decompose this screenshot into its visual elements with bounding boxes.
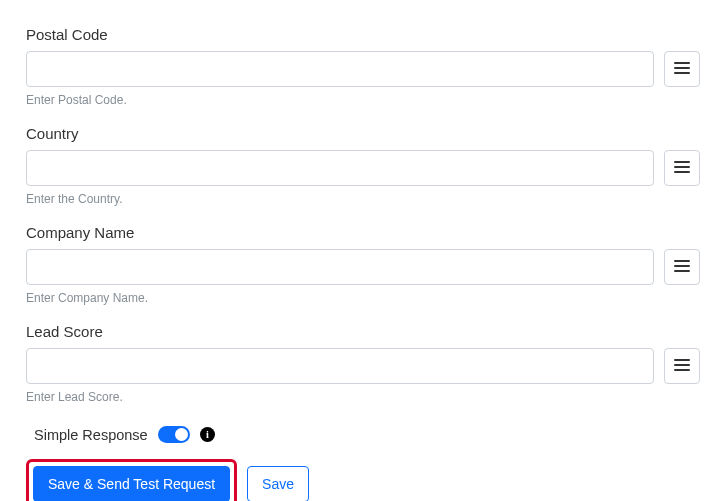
input-row [26, 51, 700, 87]
highlight-box: Save & Send Test Request [26, 459, 237, 501]
field-label-country: Country [26, 125, 700, 142]
field-postal-code: Postal Code Enter Postal Code. [26, 26, 700, 107]
menu-icon [674, 259, 690, 276]
input-row [26, 150, 700, 186]
input-row [26, 348, 700, 384]
field-label-company-name: Company Name [26, 224, 700, 241]
info-icon[interactable]: i [200, 427, 215, 442]
field-label-lead-score: Lead Score [26, 323, 700, 340]
field-country: Country Enter the Country. [26, 125, 700, 206]
simple-response-row: Simple Response i [26, 426, 700, 443]
save-button[interactable]: Save [247, 466, 309, 501]
field-label-postal-code: Postal Code [26, 26, 700, 43]
simple-response-label: Simple Response [34, 427, 148, 443]
helper-country: Enter the Country. [26, 192, 700, 206]
country-input[interactable] [26, 150, 654, 186]
menu-button-postal-code[interactable] [664, 51, 700, 87]
postal-code-input[interactable] [26, 51, 654, 87]
save-send-test-request-button[interactable]: Save & Send Test Request [33, 466, 230, 501]
simple-response-toggle[interactable] [158, 426, 190, 443]
menu-icon [674, 160, 690, 177]
menu-button-country[interactable] [664, 150, 700, 186]
helper-company-name: Enter Company Name. [26, 291, 700, 305]
lead-score-input[interactable] [26, 348, 654, 384]
menu-icon [674, 358, 690, 375]
menu-icon [674, 61, 690, 78]
svg-text:i: i [206, 429, 209, 440]
company-name-input[interactable] [26, 249, 654, 285]
menu-button-lead-score[interactable] [664, 348, 700, 384]
input-row [26, 249, 700, 285]
helper-postal-code: Enter Postal Code. [26, 93, 700, 107]
button-row: Save & Send Test Request Save [26, 459, 700, 501]
menu-button-company-name[interactable] [664, 249, 700, 285]
field-lead-score: Lead Score Enter Lead Score. [26, 323, 700, 404]
helper-lead-score: Enter Lead Score. [26, 390, 700, 404]
field-company-name: Company Name Enter Company Name. [26, 224, 700, 305]
toggle-knob [175, 428, 188, 441]
